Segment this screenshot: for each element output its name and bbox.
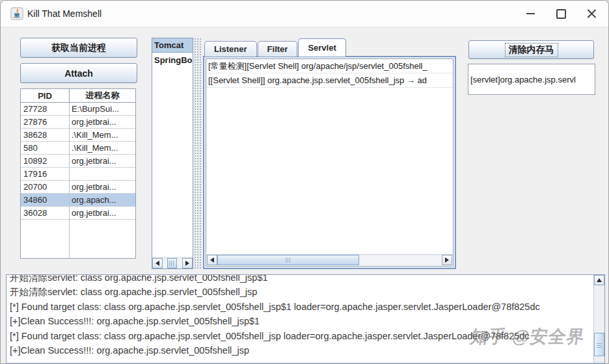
detection-result-item[interactable]: [[Servlet Shell]] org.apache.jsp.servlet… [206, 73, 453, 88]
detection-result-list: [常量检测][Servlet Shell] org/apache/jsp/ser… [206, 58, 453, 266]
cell-name[interactable]: org.jetbrai... [70, 181, 135, 194]
scroll-thumb[interactable] [594, 333, 604, 356]
log-line: 开始清除servlet: class org.apache.jsp.servle… [10, 274, 591, 285]
table-row[interactable]: 580 .\Kill_Mem... [21, 142, 135, 155]
tab-servlet[interactable]: Servlet [298, 38, 345, 57]
table-empty-area [21, 220, 135, 258]
table-row[interactable]: 27728 E:\BurpSui... [21, 103, 135, 116]
cell-name[interactable]: org.jetbrai... [70, 207, 135, 220]
cell-name[interactable]: org.jetbrai... [70, 116, 135, 129]
cell-pid[interactable]: 580 [21, 142, 70, 155]
cell-pid[interactable]: 27728 [21, 103, 70, 116]
result-list-hscrollbar[interactable] [207, 254, 452, 265]
arrow-left-icon [156, 261, 159, 266]
attach-button[interactable]: Attach [20, 63, 137, 83]
detection-tabs: Listener Filter Servlet [204, 38, 347, 57]
detection-result-item[interactable]: [常量检测][Servlet Shell] org/apache/jsp/ser… [206, 59, 453, 73]
minimize-button[interactable] [515, 1, 546, 27]
container-list-hscrollbar[interactable] [152, 257, 193, 268]
cell-name[interactable]: .\Kill_Mem... [70, 129, 135, 142]
cell-name[interactable]: org.jetbrai... [70, 155, 135, 168]
table-row[interactable]: 38628 .\Kill_Mem... [21, 129, 135, 142]
tab-filter[interactable]: Filter [258, 41, 298, 57]
app-window: Kill That Memshell 获取当前进程 Attach PID 进程名… [0, 0, 609, 364]
cell-pid[interactable]: 17916 [21, 168, 70, 181]
container-type-list: Tomcat SpringBo [152, 38, 193, 269]
java-app-icon [10, 7, 23, 20]
cell-pid[interactable]: 38628 [21, 129, 70, 142]
cell-pid[interactable]: 20700 [21, 181, 70, 194]
cell-name[interactable]: .\Kill_Mem... [70, 142, 135, 155]
cell-pid[interactable]: 10892 [21, 155, 70, 168]
log-vscrollbar[interactable] [593, 275, 604, 363]
scroll-track[interactable] [163, 258, 182, 268]
arrow-right-icon [185, 261, 189, 266]
get-process-button[interactable]: 获取当前进程 [20, 38, 137, 58]
list-item-tomcat[interactable]: Tomcat [152, 38, 193, 53]
cell-pid[interactable]: 27876 [21, 116, 70, 129]
log-line: [+]Clean Success!!!: org.apache.jsp.serv… [10, 343, 591, 358]
column-grid-line [69, 220, 70, 258]
log-line: [+]Clean Success!!!: org.apache.jsp.serv… [10, 314, 591, 328]
title-bar: Kill That Memshell [1, 1, 608, 27]
table-row[interactable]: 36028 org.jetbrai... [21, 207, 135, 220]
minimize-icon [526, 13, 535, 14]
selected-shell-box: [servlet]org.apache.jsp.servl [468, 64, 595, 95]
maximize-icon [556, 9, 566, 19]
log-output: 开始清除servlet: class org.apache.jsp.servle… [10, 274, 591, 358]
table-row[interactable]: 17916 [21, 168, 135, 181]
log-line: [*] Found target class: class org.apache… [10, 329, 591, 343]
log-line: 开始清除servlet: class org.apache.jsp.servle… [10, 285, 591, 299]
arrow-up-icon [597, 278, 602, 282]
arrow-right-icon [445, 257, 449, 263]
cell-name[interactable]: org.apach... [70, 194, 135, 207]
cell-pid[interactable]: 34860 [21, 194, 70, 207]
scroll-right-button[interactable] [442, 255, 452, 265]
maximize-button[interactable] [546, 1, 576, 27]
arrow-left-icon [210, 257, 214, 263]
cell-pid[interactable]: 36028 [21, 207, 70, 220]
scroll-thumb[interactable] [167, 258, 177, 268]
table-row[interactable]: 10892 org.jetbrai... [21, 155, 135, 168]
split-pane-divider[interactable] [194, 38, 202, 269]
tab-listener[interactable]: Listener [204, 41, 257, 57]
column-header-name[interactable]: 进程名称 [70, 89, 135, 103]
selected-shell-item[interactable]: [servlet]org.apache.jsp.servl [470, 75, 576, 84]
process-table: PID 进程名称 27728 E:\BurpSui... 27876 org.j… [20, 88, 136, 259]
table-row[interactable]: 20700 org.jetbrai... [21, 181, 135, 194]
cell-name[interactable] [70, 168, 135, 181]
scroll-left-button[interactable] [207, 255, 217, 265]
cell-name[interactable]: E:\BurpSui... [70, 103, 135, 116]
list-item-springboot[interactable]: SpringBo [152, 53, 193, 67]
clean-memshell-button-label: 清除内存马 [505, 43, 558, 57]
clean-memshell-button[interactable]: 清除内存马 [468, 40, 594, 59]
log-line: [*] Found target class: class org.apache… [10, 300, 591, 314]
scroll-left-button[interactable] [152, 258, 163, 268]
table-row[interactable]: 27876 org.jetbrai... [21, 116, 135, 129]
servlet-tab-content: [常量检测][Servlet Shell] org/apache/jsp/ser… [203, 56, 456, 269]
column-header-pid[interactable]: PID [21, 89, 70, 103]
scroll-thumb[interactable] [217, 255, 359, 265]
close-icon [587, 9, 597, 19]
scroll-up-button[interactable] [594, 275, 604, 285]
process-table-header[interactable]: PID 进程名称 [21, 89, 135, 103]
table-row-selected[interactable]: 34860 org.apach... [21, 194, 135, 207]
scroll-track[interactable] [217, 255, 442, 265]
scroll-right-button[interactable] [182, 258, 193, 268]
log-panel: 开始清除servlet: class org.apache.jsp.servle… [6, 274, 605, 364]
close-button[interactable] [576, 1, 607, 27]
window-controls [515, 1, 607, 27]
window-title: Kill That Memshell [27, 1, 102, 27]
